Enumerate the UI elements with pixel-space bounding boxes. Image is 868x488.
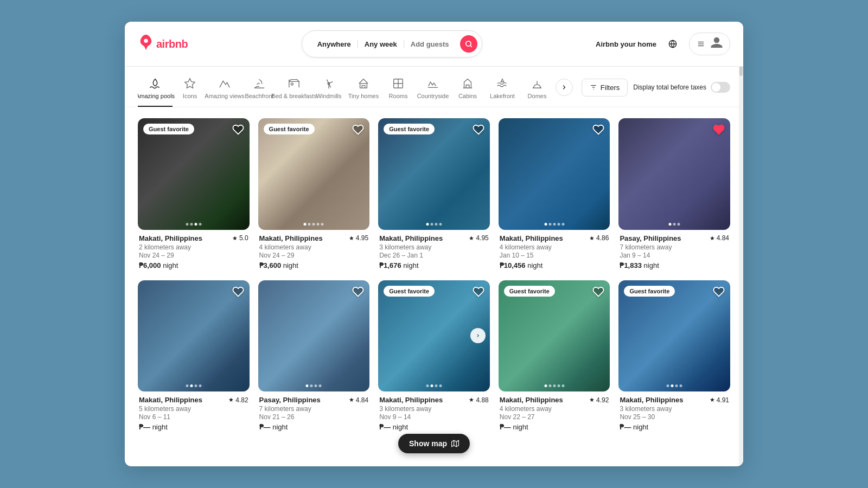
wishlist-button[interactable] [592, 286, 604, 299]
taxes-toggle-switch[interactable] [711, 82, 730, 93]
rooms-icon [392, 78, 404, 91]
wishlist-button[interactable] [473, 286, 484, 299]
lake-icon [496, 78, 508, 91]
logo-text: airbnb [156, 38, 188, 50]
category-item-tiny-homes[interactable]: Tiny homes [346, 73, 381, 107]
category-label-rooms: Rooms [389, 93, 408, 99]
card-top-row: Makati, Philippines ★ 4.82 [139, 396, 248, 404]
carousel-dot [678, 223, 680, 226]
category-item-windmills[interactable]: Windmills [311, 73, 346, 107]
airbnb-home-button[interactable]: Airbnb your home [596, 40, 656, 48]
card-info: Makati, Philippines ★ 4.86 4 kilometers … [499, 234, 610, 269]
search-button[interactable] [460, 35, 477, 53]
category-item-domes[interactable]: Domes [520, 73, 551, 107]
card-rating: ★ 4.95 [469, 234, 488, 242]
listing-card[interactable]: Guest favorite Makati, Philippines ★ 4.9… [618, 280, 730, 432]
scrollbar[interactable] [739, 22, 743, 466]
wishlist-button[interactable] [592, 124, 604, 137]
category-item-countryside[interactable]: Countryside [416, 73, 450, 107]
listing-card[interactable]: Makati, Philippines ★ 4.82 5 kilometers … [138, 280, 250, 432]
logo[interactable]: airbnb [138, 34, 188, 54]
category-label-cabins: Cabins [458, 93, 477, 99]
carousel-dots [544, 223, 564, 226]
card-top-row: Makati, Philippines ★ 4.92 [500, 396, 609, 404]
search-bar[interactable]: Anywhere Any week Add guests [302, 30, 482, 57]
listing-card[interactable]: Guest favorite Makati, Philippines ★ 5.0… [138, 118, 250, 269]
carousel-dots [186, 223, 201, 226]
filters-row: Filters Display total before taxes [582, 79, 730, 97]
wishlist-button[interactable] [232, 124, 244, 137]
display-taxes-label: Display total before taxes [633, 84, 706, 91]
show-map-button[interactable]: Show map [398, 434, 470, 453]
category-item-amazing-pools[interactable]: Amazing pools [138, 73, 173, 107]
category-item-cabins[interactable]: Cabins [450, 73, 485, 107]
card-location: Pasay, Philippines [259, 396, 321, 404]
carousel-dot [310, 384, 313, 387]
carousel-next[interactable] [470, 328, 486, 343]
carousel-dot [317, 223, 320, 226]
card-location: Pasay, Philippines [620, 234, 681, 242]
wishlist-button[interactable] [352, 124, 364, 137]
price-unit: night [163, 261, 178, 269]
category-item-lakefront[interactable]: Lakefront [485, 73, 520, 107]
card-price: ₱— night [259, 423, 369, 431]
guests-search[interactable]: Add guests [404, 40, 456, 48]
carousel-dot [435, 223, 437, 226]
card-dates: Jan 10 – 15 [500, 252, 609, 259]
card-price: ₱— night [379, 423, 489, 431]
card-info: Pasay, Philippines ★ 4.84 7 kilometers a… [258, 396, 370, 431]
category-item-rooms[interactable]: Rooms [381, 73, 416, 107]
wishlist-button[interactable] [352, 286, 364, 299]
wishlist-button[interactable] [473, 124, 484, 137]
listing-card[interactable]: Guest favorite Makati, Philippines ★ 4.9… [499, 280, 610, 432]
card-info: Makati, Philippines ★ 4.92 4 kilometers … [499, 396, 610, 431]
filters-button[interactable]: Filters [582, 79, 628, 97]
card-top-row: Makati, Philippines ★ 4.86 [500, 234, 609, 242]
wishlist-button[interactable] [713, 124, 725, 137]
listing-card[interactable]: Guest favorite Makati, Philippines ★ 4.9… [258, 118, 370, 269]
countryside-icon [427, 78, 439, 91]
price-unit: night [393, 423, 408, 431]
show-map-label: Show map [409, 439, 447, 448]
category-next-arrow[interactable] [556, 79, 573, 96]
listing-card[interactable]: Guest favorite Makati, Philippines ★ 4.9… [378, 118, 490, 269]
star-icon: ★ [469, 235, 474, 242]
carousel-dot [553, 384, 556, 387]
card-price: ₱3,600 night [259, 261, 369, 269]
card-rating: ★ 4.88 [469, 396, 488, 404]
wishlist-button[interactable] [232, 286, 244, 299]
card-image [138, 280, 250, 392]
card-dates: Nov 21 – 26 [259, 413, 369, 421]
location-search[interactable]: Anywhere [311, 40, 358, 48]
user-menu[interactable] [689, 33, 730, 55]
guest-favorite-badge: Guest favorite [143, 124, 194, 134]
card-location: Makati, Philippines [379, 396, 443, 404]
mountain-icon [219, 78, 231, 91]
card-dates: Jan 9 – 14 [620, 252, 729, 259]
svg-rect-9 [291, 83, 293, 85]
listing-card[interactable]: Pasay, Philippines ★ 4.84 7 kilometers a… [258, 280, 370, 432]
card-image [258, 280, 370, 392]
dates-search[interactable]: Any week [358, 40, 404, 48]
globe-button[interactable] [665, 36, 680, 52]
carousel-dot [557, 384, 560, 387]
star-icon: ★ [228, 396, 234, 403]
card-location: Makati, Philippines [139, 396, 202, 404]
wishlist-button[interactable] [713, 286, 725, 299]
carousel-dot [675, 384, 678, 387]
listing-card[interactable]: Guest favorite Makati, Philippines ★ 4.8… [378, 280, 490, 432]
card-top-row: Makati, Philippines ★ 4.95 [379, 234, 489, 242]
category-item-amazing-views[interactable]: Amazing views [207, 73, 242, 107]
category-item-bed-breakfasts[interactable]: Bed & breakfasts [277, 73, 311, 107]
listing-card[interactable]: Makati, Philippines ★ 4.86 4 kilometers … [499, 118, 610, 269]
card-image: Guest favorite [618, 280, 730, 392]
listing-card[interactable]: Pasay, Philippines ★ 4.84 7 kilometers a… [618, 118, 730, 269]
card-location: Makati, Philippines [139, 234, 202, 242]
category-item-beachfront[interactable]: Beachfront [242, 73, 277, 107]
star-icon: ★ [589, 396, 595, 403]
carousel-dot [561, 384, 564, 387]
carousel-dot [561, 223, 564, 226]
category-item-icons[interactable]: Icons [173, 73, 207, 107]
star-icon: ★ [232, 235, 238, 242]
card-distance: 4 kilometers away [259, 243, 369, 251]
